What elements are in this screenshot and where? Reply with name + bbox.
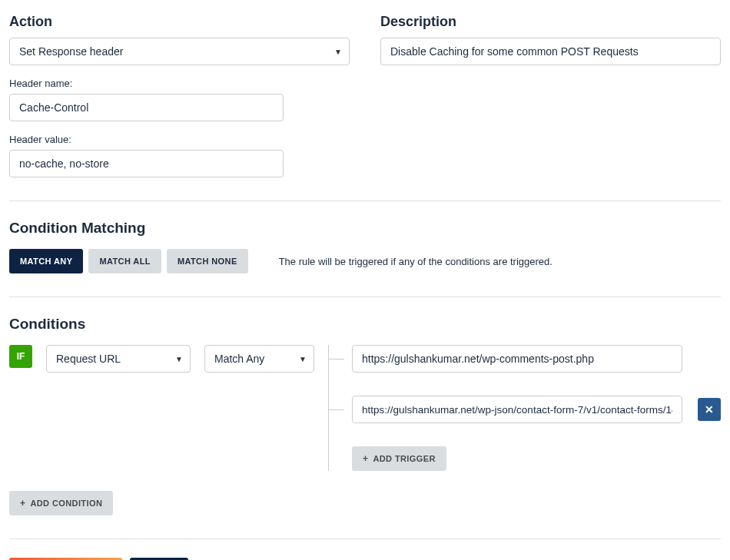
action-select-wrap[interactable]: ▼ [9,38,350,65]
remove-trigger-button[interactable]: ✕ [698,398,721,421]
if-badge: IF [9,345,32,368]
condition-op-select[interactable] [204,345,314,373]
conditions-heading: Conditions [9,316,721,333]
divider [9,538,721,539]
triggers-column: ✕ + ADD TRIGGER [328,345,721,471]
close-icon: ✕ [705,403,714,416]
condition-selects: ▼ ▼ [46,345,314,373]
header-name-label: Header name: [9,78,350,89]
header-name-input[interactable] [9,94,284,121]
plus-icon: + [20,498,25,509]
action-heading: Action [9,14,350,30]
add-trigger-button[interactable]: + ADD TRIGGER [352,446,446,471]
description-input[interactable] [380,38,721,65]
condition-field-select-wrap[interactable]: ▼ [46,345,191,373]
divider [9,297,721,297]
match-none-button[interactable]: MATCH NONE [167,249,248,273]
condition-field-select[interactable] [46,345,191,373]
action-description-row: Action ▼ Header name: Header value: Desc… [9,9,721,177]
trigger-input[interactable] [352,396,682,423]
header-value-label: Header value: [9,134,350,145]
trigger-row [329,345,721,373]
header-value-input[interactable] [9,150,284,177]
add-condition-label: ADD CONDITION [30,499,102,508]
match-all-button[interactable]: MATCH ALL [88,249,161,273]
condition-matching-row: MATCH ANY MATCH ALL MATCH NONE The rule … [9,249,721,273]
plus-icon: + [363,453,368,464]
action-col: Action ▼ Header name: Header value: [9,9,350,177]
match-any-button[interactable]: MATCH ANY [9,249,83,273]
trigger-row: ✕ [329,396,721,423]
action-select[interactable] [9,38,350,65]
add-trigger-label: ADD TRIGGER [373,454,435,463]
condition-matching-heading: Condition Matching [9,220,721,237]
match-description: The rule will be triggered if any of the… [279,256,721,267]
description-col: Description [380,9,721,177]
trigger-input[interactable] [352,345,682,373]
divider [9,200,721,201]
condition-row: IF ▼ ▼ ✕ + ADD TRIGGER [9,345,721,471]
description-heading: Description [380,14,721,30]
add-condition-button[interactable]: + ADD CONDITION [9,491,113,515]
match-segmented: MATCH ANY MATCH ALL MATCH NONE [9,249,248,273]
condition-op-select-wrap[interactable]: ▼ [204,345,314,373]
